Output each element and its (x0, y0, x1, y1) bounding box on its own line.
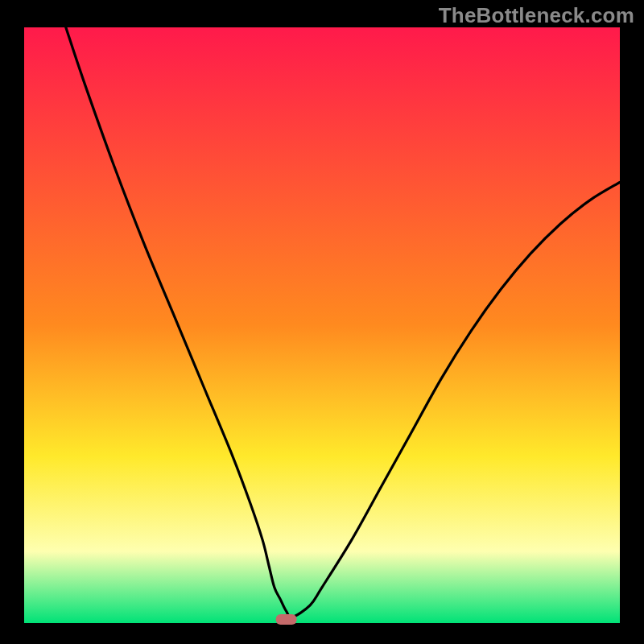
watermark-text: TheBottleneck.com (439, 3, 634, 28)
chart-svg (0, 0, 644, 644)
plot-area (24, 27, 620, 623)
minimum-marker (276, 614, 297, 625)
chart-frame: { "watermark": "TheBottleneck.com", "col… (0, 0, 644, 644)
